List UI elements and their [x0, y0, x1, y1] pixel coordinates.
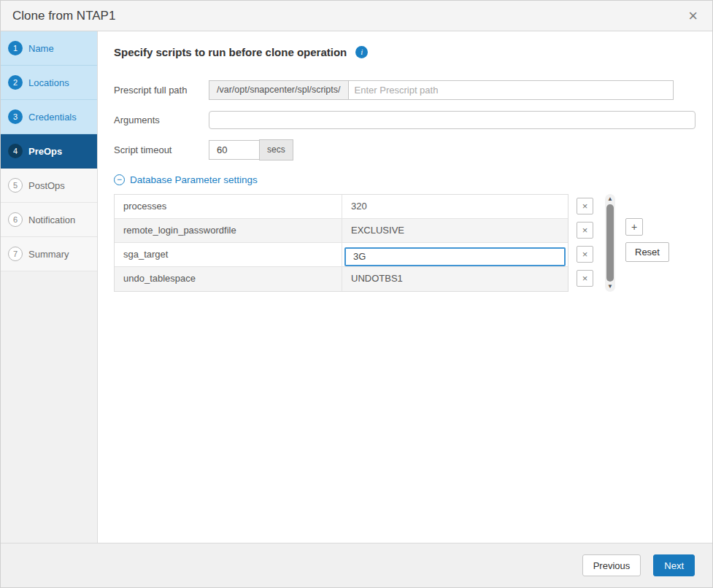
sidebar-step-postops[interactable]: 5 PostOps	[1, 169, 97, 203]
param-value-cell[interactable]: EXCLUSIVE	[342, 219, 568, 242]
param-value-input[interactable]	[344, 247, 566, 266]
param-name-cell: processes	[115, 195, 342, 218]
table-row: processes 320	[115, 195, 568, 219]
step-label: Summary	[28, 249, 69, 260]
step-number-badge: 3	[8, 109, 23, 124]
prescript-path-input[interactable]	[349, 81, 673, 99]
param-value-cell[interactable]: 320	[342, 195, 568, 218]
wizard-steps-sidebar: 1 Name 2 Locations 3 Credentials 4 PreOp…	[1, 31, 98, 543]
sidebar-step-locations[interactable]: 2 Locations	[1, 66, 97, 100]
titlebar: Clone from NTAP1 ×	[1, 1, 712, 31]
step-number-badge: 1	[8, 41, 23, 55]
delete-row-button[interactable]: ×	[577, 270, 593, 287]
step-label: Credentials	[28, 112, 77, 123]
step-label: Locations	[28, 77, 69, 88]
next-button[interactable]: Next	[653, 554, 695, 576]
prescript-path-group: /var/opt/snapcenter/spl/scripts/	[209, 80, 674, 100]
scroll-up-icon[interactable]: ▲	[605, 194, 615, 204]
database-parameter-settings-toggle[interactable]: − Database Parameter settings	[114, 174, 258, 185]
step-label: PostOps	[28, 180, 65, 191]
arguments-input[interactable]	[209, 111, 695, 129]
table-row: undo_tablespace UNDOTBS1	[115, 267, 568, 291]
sidebar-step-summary[interactable]: 7 Summary	[1, 237, 97, 271]
section-title: Specify scripts to run before clone oper…	[114, 46, 347, 58]
sidebar-step-preops[interactable]: 4 PreOps	[1, 134, 97, 169]
step-label: Notification	[28, 214, 75, 225]
sidebar-step-name[interactable]: 1 Name	[1, 31, 97, 66]
preops-panel: Specify scripts to run before clone oper…	[98, 31, 712, 543]
delete-row-button[interactable]: ×	[577, 222, 593, 239]
prescript-path-label: Prescript full path	[114, 85, 209, 96]
info-icon[interactable]: i	[355, 46, 368, 58]
database-parameter-settings-label: Database Parameter settings	[130, 174, 258, 185]
table-row: remote_login_passwordfile EXCLUSIVE	[115, 219, 568, 243]
step-label: PreOps	[28, 146, 62, 157]
wizard-footer: Previous Next	[1, 543, 712, 587]
collapse-icon: −	[114, 174, 125, 185]
prescript-path-prefix: /var/opt/snapcenter/spl/scripts/	[209, 81, 349, 99]
delete-button-column: × × × ×	[577, 194, 593, 290]
step-label: Name	[28, 43, 54, 54]
param-name-cell: remote_login_passwordfile	[115, 219, 342, 242]
timeout-unit-label: secs	[259, 139, 293, 160]
clone-wizard-window: Clone from NTAP1 × 1 Name 2 Locations 3 …	[0, 0, 713, 588]
sidebar-step-notification[interactable]: 6 Notification	[1, 203, 97, 237]
param-name-cell: undo_tablespace	[115, 267, 342, 291]
script-timeout-label: Script timeout	[114, 144, 209, 155]
close-icon[interactable]: ×	[685, 7, 701, 26]
step-number-badge: 4	[8, 144, 23, 158]
step-number-badge: 6	[8, 212, 23, 227]
sidebar-step-credentials[interactable]: 3 Credentials	[1, 100, 97, 134]
table-row: sga_target	[115, 243, 568, 267]
param-value-cell[interactable]: UNDOTBS1	[342, 267, 568, 291]
reset-button[interactable]: Reset	[625, 242, 669, 262]
param-value-cell	[342, 243, 568, 266]
step-number-badge: 5	[8, 178, 23, 193]
page-title: Clone from NTAP1	[12, 9, 115, 23]
table-scrollbar[interactable]: ▲ ▼	[605, 194, 615, 292]
add-param-button[interactable]: +	[625, 218, 643, 236]
delete-row-button[interactable]: ×	[577, 198, 593, 214]
step-number-badge: 7	[8, 247, 23, 261]
step-number-badge: 2	[8, 75, 23, 90]
script-timeout-input[interactable]	[209, 140, 260, 160]
delete-row-button[interactable]: ×	[577, 246, 593, 263]
param-name-cell: sga_target	[115, 243, 342, 266]
scroll-thumb[interactable]	[606, 204, 614, 282]
scroll-down-icon[interactable]: ▼	[605, 282, 615, 292]
sidebar-filler	[1, 271, 97, 543]
previous-button[interactable]: Previous	[582, 554, 641, 576]
params-table: processes 320 remote_login_passwordfile …	[114, 194, 569, 292]
arguments-label: Arguments	[114, 115, 209, 125]
